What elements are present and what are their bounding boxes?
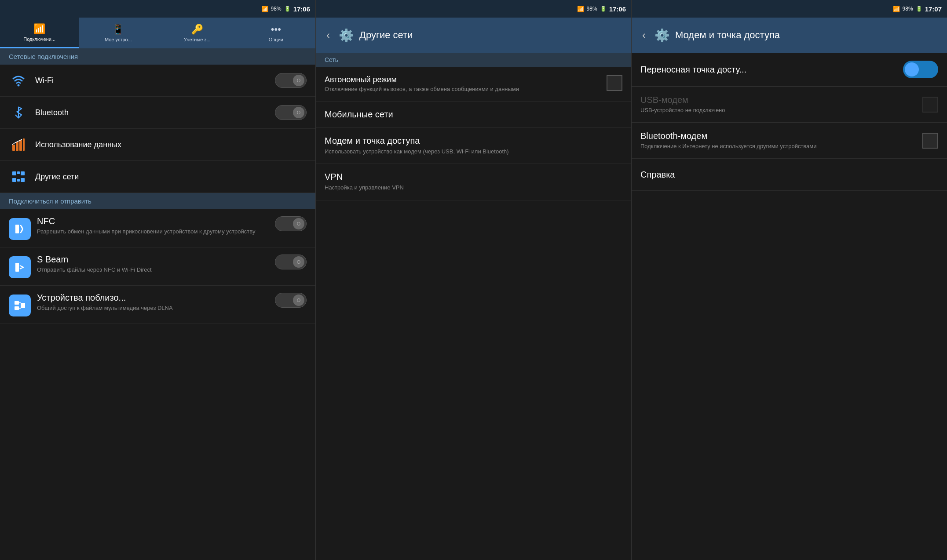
nfc-toggle[interactable] xyxy=(275,216,307,231)
bt-modem-checkbox[interactable] xyxy=(922,133,938,149)
nearby-item[interactable]: Устройства поблизо... Общий доступ к фай… xyxy=(0,286,315,324)
airplane-checkbox[interactable] xyxy=(607,75,622,91)
usb-modem-desc: USB-устройство не подключено xyxy=(640,106,922,114)
panel2-header: ‹ ⚙️ Другие сети xyxy=(316,18,631,53)
other-networks-icon xyxy=(9,167,28,186)
options-tab-label: Опции xyxy=(269,37,283,42)
other-networks-item[interactable]: Другие сети xyxy=(0,161,315,193)
signal-icon-2: 📶 xyxy=(577,6,584,12)
bluetooth-title: Bluetooth xyxy=(35,108,275,117)
status-bar-1: 📶 98% 🔋 17:06 xyxy=(0,0,315,18)
usb-modem-title: USB-модем xyxy=(640,95,922,105)
accounts-tab-label: Учетные з... xyxy=(184,37,211,42)
airplane-title: Автономный режим xyxy=(325,75,607,84)
status-bar-2: 📶 98% 🔋 17:06 xyxy=(316,0,631,18)
back-button-2[interactable]: ‹ xyxy=(323,27,333,43)
other-networks-title: Другие сети xyxy=(35,172,307,182)
data-usage-item[interactable]: Использование данных xyxy=(0,129,315,161)
time-3: 17:07 xyxy=(925,5,942,13)
tab-accounts[interactable]: 🔑 Учетные з... xyxy=(158,18,237,48)
connect-section-header: Подключиться и отправить xyxy=(0,193,315,209)
mydevice-tab-label: Мое устро... xyxy=(105,37,132,42)
bt-modem-item[interactable]: Bluetooth-модем Подключение к Интернету … xyxy=(632,123,947,159)
portable-hotspot-title: Переносная точка досту... xyxy=(640,65,903,75)
nearby-desc: Общий доступ к файлам мультимедиа через … xyxy=(37,304,270,312)
bt-modem-content: Bluetooth-модем Подключение к Интернету … xyxy=(640,131,922,150)
svg-rect-13 xyxy=(15,301,19,305)
help-item[interactable]: Справка xyxy=(632,159,947,191)
wifi-content: Wi-Fi xyxy=(35,76,275,85)
nfc-item[interactable]: NFC Разрешить обмен данными при прикосно… xyxy=(0,209,315,247)
bluetooth-icon xyxy=(9,103,28,122)
vpn-title: VPN xyxy=(325,172,622,182)
airplane-mode-item[interactable]: Автономный режим Отключение функций вызо… xyxy=(316,67,631,102)
tab-connections[interactable]: 📶 Подключени... xyxy=(0,18,79,48)
help-title: Справка xyxy=(640,170,938,180)
hotspot-desc: Использовать устройство как модем (через… xyxy=(325,148,622,156)
signal-icon-3: 📶 xyxy=(893,6,900,12)
hotspot-title: Модем и точка доступа xyxy=(325,136,622,146)
other-networks-content: Другие сети xyxy=(35,172,307,182)
connections-tab-icon: 📶 xyxy=(33,23,45,35)
help-content: Справка xyxy=(640,170,938,180)
nfc-icon xyxy=(9,218,31,240)
bluetooth-content: Bluetooth xyxy=(35,108,275,117)
nfc-content: NFC Разрешить обмен данными при прикосно… xyxy=(37,216,270,236)
options-tab-icon: ••• xyxy=(271,24,281,35)
battery-2: 98% xyxy=(587,6,597,12)
usb-modem-item[interactable]: USB-модем USB-устройство не подключено xyxy=(632,87,947,123)
nearby-icon xyxy=(9,295,31,316)
sbeam-item[interactable]: S Beam Отправить файлы через NFC и Wi-Fi… xyxy=(0,247,315,286)
portable-hotspot-toggle[interactable] xyxy=(903,61,938,78)
panel2-title: Другие сети xyxy=(359,29,624,41)
vpn-item[interactable]: VPN Настройка и управление VPN xyxy=(316,164,631,200)
battery-icon-3: 🔋 xyxy=(916,6,922,12)
hotspot-content: Переносная точка досту... xyxy=(640,65,903,75)
time-2: 17:06 xyxy=(609,5,626,13)
data-usage-content: Использование данных xyxy=(35,140,307,149)
svg-rect-2 xyxy=(16,142,18,151)
usb-modem-content: USB-модем USB-устройство не подключено xyxy=(640,95,922,114)
svg-rect-4 xyxy=(23,138,25,151)
nearby-toggle[interactable] xyxy=(275,293,307,308)
panel1-scroll: Сетевые подключения Wi-Fi xyxy=(0,48,315,560)
nearby-content: Устройства поблизо... Общий доступ к фай… xyxy=(37,293,270,312)
airplane-desc: Отключение функций вызовов, а также обме… xyxy=(325,85,607,93)
wifi-item[interactable]: Wi-Fi xyxy=(0,65,315,97)
vpn-desc: Настройка и управление VPN xyxy=(325,184,622,192)
nfc-desc: Разрешить обмен данными при прикосновени… xyxy=(37,228,270,236)
status-bar-3: 📶 98% 🔋 17:07 xyxy=(632,0,947,18)
bt-modem-title: Bluetooth-модем xyxy=(640,131,922,141)
svg-rect-11 xyxy=(15,225,19,233)
battery-icon-2: 🔋 xyxy=(600,6,607,12)
sbeam-toggle[interactable] xyxy=(275,255,307,269)
mobile-networks-item[interactable]: Мобильные сети xyxy=(316,102,631,128)
back-button-3[interactable]: ‹ xyxy=(639,27,649,43)
battery-3: 98% xyxy=(903,6,913,12)
settings-icon-3: ⚙️ xyxy=(654,28,670,43)
hotspot-item[interactable]: Модем и точка доступа Использовать устро… xyxy=(316,128,631,164)
usb-modem-checkbox[interactable] xyxy=(922,97,938,113)
panel-connections: 📶 98% 🔋 17:06 📶 Подключени... 📱 Мое устр… xyxy=(0,0,316,560)
bluetooth-item[interactable]: Bluetooth xyxy=(0,97,315,129)
panel3-title: Модем и точка доступа xyxy=(675,29,940,41)
tab-mydevice[interactable]: 📱 Мое устро... xyxy=(79,18,157,48)
portable-hotspot-item[interactable]: Переносная точка досту... xyxy=(632,53,947,87)
panel3-header: ‹ ⚙️ Модем и точка доступа xyxy=(632,18,947,53)
sbeam-icon xyxy=(9,256,31,278)
network-section-header: Сетевые подключения xyxy=(0,48,315,65)
mydevice-tab-icon: 📱 xyxy=(112,24,124,35)
time-1: 17:06 xyxy=(293,5,310,13)
svg-rect-1 xyxy=(12,145,15,151)
svg-rect-7 xyxy=(21,171,25,175)
svg-rect-10 xyxy=(21,178,25,182)
tab-options[interactable]: ••• Опции xyxy=(237,18,315,48)
battery-1: 98% xyxy=(271,6,282,12)
airplane-content: Автономный режим Отключение функций вызо… xyxy=(325,75,607,93)
bluetooth-toggle[interactable] xyxy=(275,105,307,120)
signal-icon-1: 📶 xyxy=(261,6,268,12)
svg-rect-9 xyxy=(17,179,20,182)
data-usage-title: Использование данных xyxy=(35,140,307,149)
wifi-toggle[interactable] xyxy=(275,73,307,88)
svg-rect-14 xyxy=(15,306,19,310)
